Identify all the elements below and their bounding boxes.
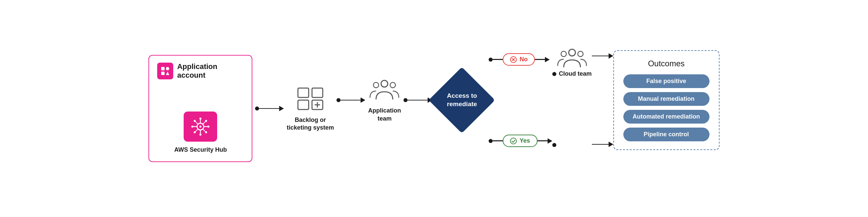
- svg-point-37: [578, 51, 583, 57]
- arrow-1: [255, 106, 284, 111]
- outcomes-panel: Outcomes False positive Manual remediati…: [613, 50, 719, 150]
- no-branch: No: [489, 53, 550, 66]
- svg-point-10: [199, 118, 202, 120]
- no-branch-dot: [489, 58, 493, 62]
- app-account-title: Application account: [177, 62, 244, 80]
- backlog-icon: [295, 85, 326, 112]
- branch-area: No Yes: [489, 46, 552, 154]
- svg-point-18: [194, 120, 196, 122]
- security-hub-icon: [184, 112, 217, 142]
- svg-point-34: [510, 138, 517, 144]
- svg-rect-24: [298, 100, 309, 110]
- svg-point-21: [194, 131, 196, 133]
- svg-rect-22: [298, 88, 309, 97]
- app-account-icon: [157, 63, 173, 80]
- no-outcomes-head: [609, 53, 613, 59]
- outcomes-title: Outcomes: [623, 59, 710, 68]
- svg-rect-0: [161, 67, 164, 70]
- yes-right-dot: [552, 143, 556, 147]
- svg-point-1: [166, 67, 169, 70]
- yes-arrow-head: [548, 138, 552, 144]
- arrow-yes-to-outcomes: [592, 142, 613, 147]
- svg-point-19: [205, 120, 207, 122]
- svg-marker-3: [166, 72, 169, 75]
- app-account-header: Application account: [157, 62, 244, 80]
- yes-right-connector: [552, 143, 556, 147]
- yes-outcomes-line: [592, 144, 609, 145]
- no-badge: No: [503, 53, 535, 66]
- outcomes-arrows: [592, 46, 613, 154]
- outcome-false-positive: False positive: [623, 74, 710, 88]
- svg-rect-2: [161, 72, 164, 75]
- arrow-3: [403, 97, 432, 103]
- arrow-no-to-outcomes: [592, 53, 613, 59]
- arrow-dot-2: [337, 98, 341, 102]
- yes-line-2: [537, 140, 548, 141]
- cloud-team-label: Cloud team: [559, 70, 592, 78]
- svg-point-36: [561, 51, 566, 57]
- svg-point-5: [199, 126, 202, 128]
- outcome-automated: Automated remediation: [623, 110, 710, 124]
- security-hub-container: AWS Security Hub: [174, 112, 227, 153]
- no-line-2: [535, 59, 545, 60]
- no-outcomes-line: [592, 56, 609, 57]
- cloud-team-dot: [552, 72, 556, 76]
- svg-point-28: [381, 81, 388, 87]
- arrow-dot-1: [255, 106, 259, 111]
- backlog-node: Backlog or ticketing system: [286, 85, 334, 132]
- no-arrow-head: [545, 57, 550, 62]
- cloud-team-node: Cloud team: [552, 46, 592, 78]
- arrow-line-2: [341, 100, 361, 101]
- svg-point-13: [208, 126, 210, 128]
- yes-badge: Yes: [503, 135, 537, 147]
- no-icon: [510, 56, 517, 63]
- right-branch-area: Cloud team: [552, 46, 592, 154]
- diagram: Application account: [0, 0, 868, 217]
- outcome-pipeline: Pipeline control: [623, 128, 710, 141]
- arrow-line-3: [407, 100, 428, 101]
- svg-point-11: [199, 134, 202, 135]
- yes-branch-dot: [489, 139, 493, 143]
- arrow-2: [337, 97, 365, 103]
- backlog-label: Backlog or ticketing system: [286, 116, 334, 132]
- cloud-team-icon: [557, 46, 587, 70]
- diamond-label: Access to remediate: [447, 92, 477, 108]
- svg-rect-23: [312, 88, 323, 97]
- svg-point-29: [373, 82, 379, 88]
- arrow-line-1: [259, 108, 279, 109]
- app-team-label: Application team: [368, 107, 401, 123]
- app-account-box: Application account: [149, 55, 252, 162]
- no-line-1: [493, 59, 503, 60]
- yes-line-1: [493, 140, 503, 141]
- svg-point-12: [191, 126, 193, 128]
- arrow-dot-3: [403, 98, 407, 102]
- arrow-head-2: [361, 97, 365, 103]
- yes-branch: Yes: [489, 135, 552, 147]
- security-hub-label: AWS Security Hub: [174, 146, 227, 153]
- svg-point-30: [390, 82, 396, 88]
- yes-outcomes-head: [609, 142, 613, 147]
- app-team-icon: [369, 78, 400, 103]
- yes-icon: [510, 137, 517, 144]
- arrow-head-1: [279, 106, 284, 111]
- app-team-node: Application team: [368, 78, 401, 123]
- svg-point-20: [205, 131, 207, 133]
- diamond-node: Access to remediate: [435, 73, 489, 127]
- outcome-manual: Manual remediation: [623, 92, 710, 106]
- svg-point-35: [569, 49, 576, 56]
